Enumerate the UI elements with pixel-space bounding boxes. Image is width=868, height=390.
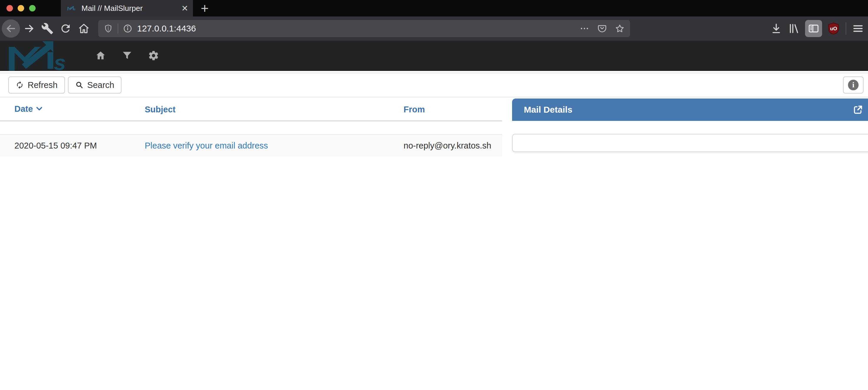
column-header-date[interactable]: Date [0, 98, 130, 121]
bookmark-star-button[interactable] [615, 24, 625, 33]
forward-button[interactable] [20, 20, 38, 38]
column-header-from: From [389, 98, 502, 121]
tab-close-icon[interactable]: ✕ [182, 3, 188, 13]
hamburger-icon [851, 22, 865, 35]
new-tab-button[interactable]: + [196, 0, 213, 17]
wrench-icon [41, 22, 54, 35]
gear-icon [148, 50, 159, 61]
mail-details-panel: Mail Details [512, 98, 868, 152]
pocket-icon [597, 24, 607, 33]
search-button-label: Search [87, 80, 115, 90]
mail-subject-link[interactable]: Please verify your email address [145, 141, 268, 150]
home-icon [78, 22, 90, 35]
mail-details-header: Mail Details [512, 98, 868, 121]
svg-text:s: s [74, 8, 75, 11]
date-header-label: Date [14, 104, 33, 114]
empty-spacer-row [0, 121, 502, 134]
zoom-window-button[interactable] [29, 5, 36, 11]
app-home-button[interactable] [94, 49, 107, 62]
tools-button[interactable] [38, 20, 57, 38]
menu-button[interactable] [851, 22, 865, 35]
close-window-button[interactable] [6, 5, 13, 11]
app-action-bar: Refresh Search i [0, 73, 868, 97]
refresh-icon [16, 81, 24, 89]
back-arrow-icon [5, 22, 17, 35]
ublock-shield-icon: uO [827, 22, 840, 35]
svg-text:s: s [54, 51, 66, 70]
filter-funnel-icon [122, 50, 133, 61]
back-button[interactable] [2, 20, 20, 38]
search-icon [75, 81, 84, 89]
mail-details-title: Mail Details [524, 105, 572, 115]
open-in-new-window-icon[interactable] [852, 104, 864, 116]
info-icon: i [848, 80, 859, 90]
browser-titlebar: s Mail // MailSlurper ✕ + [0, 0, 868, 17]
tracking-protection-shield-icon[interactable] [103, 24, 113, 33]
ellipsis-icon [580, 24, 589, 33]
urlbar-divider [118, 24, 118, 33]
sidebar-icon [808, 23, 819, 34]
app-filter-button[interactable] [121, 49, 133, 62]
ublock-origin-button[interactable]: uO [827, 22, 840, 35]
search-button[interactable]: Search [68, 77, 122, 93]
refresh-button-label: Refresh [28, 80, 58, 90]
tab-title: Mail // MailSlurper [82, 4, 143, 13]
url-text[interactable]: 127.0.0.1:4436 [137, 24, 196, 33]
mail-details-body [512, 134, 868, 152]
sort-descending-chevron-icon [35, 105, 43, 115]
app-settings-button[interactable] [147, 49, 160, 62]
reload-button[interactable] [57, 20, 75, 38]
toolbar-divider [846, 22, 846, 35]
mail-row[interactable]: 2020-05-15 09:47 PM Please verify your e… [0, 134, 502, 157]
browser-toolbar: 127.0.0.1:4436 uO [0, 17, 868, 40]
column-header-subject: Subject [130, 98, 389, 121]
page-actions-button[interactable] [580, 24, 589, 33]
browser-tab[interactable]: s Mail // MailSlurper ✕ [61, 0, 193, 17]
mail-list-table: Date Subject From 2020-05-15 09:47 PM Pl… [0, 98, 502, 157]
mail-from-cell: no-reply@ory.kratos.sh [389, 134, 502, 157]
pocket-button[interactable] [597, 24, 607, 33]
sidebar-toggle-button[interactable] [805, 20, 822, 37]
mail-date-cell: 2020-05-15 09:47 PM [0, 134, 130, 157]
url-bar[interactable]: 127.0.0.1:4436 [98, 20, 630, 37]
refresh-button[interactable]: Refresh [8, 77, 65, 93]
star-icon [615, 24, 625, 33]
library-button[interactable] [787, 22, 800, 35]
mail-table-header-row: Date Subject From [0, 98, 502, 121]
library-icon [787, 22, 800, 35]
forward-arrow-icon [23, 22, 35, 35]
mailslurper-logo[interactable]: s [8, 40, 75, 70]
app-home-icon [95, 50, 106, 61]
browser-window: s Mail // MailSlurper ✕ + 127.0.0.1 [0, 0, 868, 390]
home-button[interactable] [75, 20, 93, 38]
svg-text:uO: uO [830, 26, 837, 31]
downloads-button[interactable] [770, 22, 783, 35]
mailslurper-favicon: s [67, 5, 77, 12]
reload-icon [59, 22, 72, 35]
minimize-window-button[interactable] [18, 5, 24, 11]
app-content: Date Subject From 2020-05-15 09:47 PM Pl… [0, 97, 868, 390]
download-icon [770, 22, 783, 35]
info-button[interactable]: i [843, 77, 864, 93]
mailslurper-header: s [0, 40, 868, 71]
site-info-icon[interactable] [123, 24, 132, 33]
